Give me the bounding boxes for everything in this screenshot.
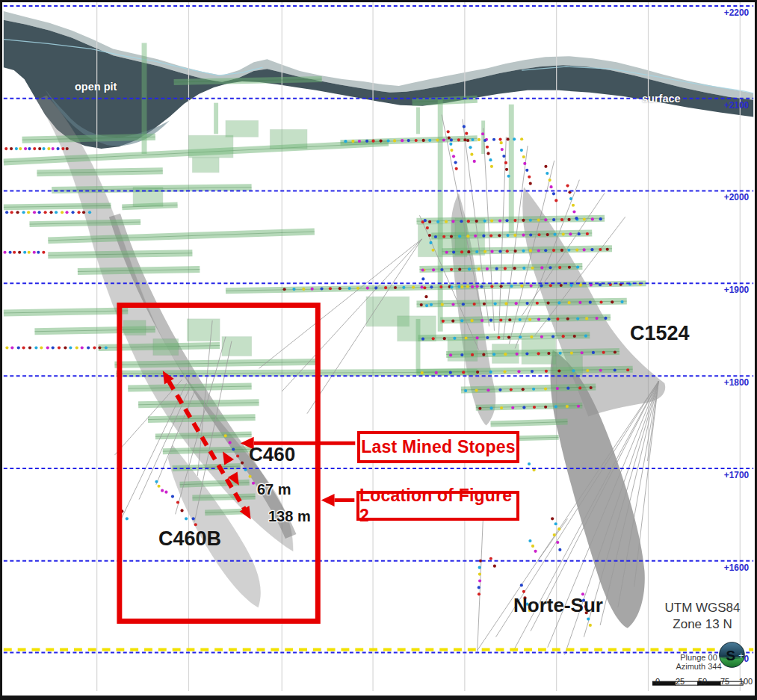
scalebar-tick: 0 [655, 677, 660, 686]
compass-cross-icon: + [738, 651, 744, 661]
elevation-label: +1600 [724, 563, 750, 573]
orientation-compass[interactable]: S+ [720, 642, 745, 669]
elevation-label: +1800 [724, 377, 750, 388]
compass-south-letter: S [726, 648, 735, 663]
callout-figure2-text: Location of Figure 2 [359, 486, 516, 526]
scene-canvas[interactable]: +2200+2100+2000+1900+1800+1700+1600+1500… [2, 2, 755, 696]
terrain-surface [4, 11, 753, 149]
elevation-label: +2000 [724, 192, 750, 202]
scalebar-tick: 75 [720, 677, 729, 686]
callout-last-mined-text: Last Mined Stopes [361, 437, 516, 457]
scalebar-tick: 50 [698, 677, 707, 686]
callout-location-figure2: Location of Figure 2 [356, 491, 519, 521]
callout-last-mined-stopes: Last Mined Stopes [357, 431, 519, 463]
scalebar-tick: 100 [739, 677, 753, 686]
elevation-label: +1900 [724, 285, 750, 295]
viewport-3d[interactable]: +2200+2100+2000+1900+1800+1700+1600+1500… [0, 0, 757, 700]
elevation-label: +2200 [724, 7, 750, 18]
scalebar-tick: 25 [676, 677, 685, 686]
elevation-label: +2100 [724, 100, 750, 111]
elevation-label: +1700 [724, 470, 750, 480]
